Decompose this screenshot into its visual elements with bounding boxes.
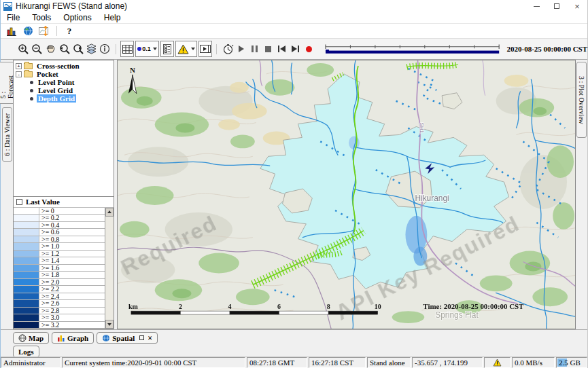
- status-coordinates: -35.657 , 174.199: [412, 357, 483, 368]
- legend-value: >= 1.6: [39, 265, 105, 272]
- last-value-checkbox[interactable]: [16, 199, 22, 205]
- legend-value: >= 3.0: [39, 314, 105, 321]
- legend-value: >= 2.6: [39, 300, 105, 307]
- legend-color-swatch: [14, 322, 39, 329]
- legend-color-swatch: [14, 257, 39, 264]
- tab-logs[interactable]: Logs: [13, 346, 39, 357]
- legend-row: >= 1.0: [14, 243, 105, 251]
- menu-help[interactable]: Help: [98, 13, 127, 22]
- maximize-panel-icon[interactable]: [139, 335, 144, 340]
- tree-item-depth-grid[interactable]: Depth Grid: [14, 94, 114, 103]
- svg-text:6: 6: [277, 303, 281, 310]
- legend-value: >= 1.8: [39, 272, 105, 278]
- tab-data-viewer[interactable]: 6 : Data Viewer: [2, 107, 12, 162]
- zoom-next-icon[interactable]: [71, 41, 85, 57]
- pause-icon[interactable]: [248, 41, 262, 57]
- expander-icon[interactable]: -: [16, 71, 22, 77]
- tab-graph[interactable]: Graph: [52, 332, 94, 344]
- status-memory: 2.5 GB: [556, 357, 587, 368]
- database-display-icon[interactable]: [3, 24, 20, 37]
- pan-icon[interactable]: [44, 41, 58, 57]
- minimize-icon[interactable]: [526, 0, 547, 12]
- tab-map[interactable]: Map: [13, 332, 49, 344]
- legend-color-swatch: [14, 243, 39, 250]
- bullet-icon: [30, 97, 33, 100]
- step-forward-icon[interactable]: [289, 41, 302, 57]
- tree-item-level-grid[interactable]: Level Grid: [14, 86, 114, 94]
- status-user: Administrator: [1, 357, 60, 368]
- legend-color-swatch: [14, 300, 39, 307]
- spatial-display-icon[interactable]: [36, 24, 52, 37]
- menu-file[interactable]: File: [1, 13, 26, 22]
- status-warning-icon[interactable]: [484, 357, 511, 368]
- zoom-previous-icon[interactable]: [58, 41, 71, 57]
- stop-icon[interactable]: [262, 41, 275, 57]
- bottom-tab-area: Map Graph Spatial × Logs: [1, 329, 587, 356]
- title-bar: Hikurangi FEWS (Stand alone) ×: [1, 0, 587, 12]
- label-springs-flat: Springs Flat: [435, 310, 479, 320]
- tab-spatial[interactable]: Spatial ×: [97, 332, 158, 344]
- app-logo-icon: [3, 2, 12, 11]
- legend-color-swatch: [14, 279, 39, 286]
- info-icon[interactable]: [98, 41, 111, 57]
- legend-color-swatch: [14, 272, 39, 278]
- main-toolbar: ?: [1, 24, 587, 38]
- tab-forecast[interactable]: 5 : Forecast: [0, 62, 16, 104]
- map-view[interactable]: API Key Required API Key Required N km 2…: [117, 60, 576, 329]
- legend-row: >= 0.2: [14, 215, 105, 222]
- maximize-icon[interactable]: [547, 0, 567, 12]
- window-title: Hikurangi FEWS (Stand alone): [16, 1, 127, 11]
- bullet-icon: [30, 81, 33, 84]
- status-gmt-time: 08:27:18 GMT: [247, 357, 307, 368]
- legend-scrollbar[interactable]: [105, 208, 114, 329]
- legend-row: >= 1.4: [14, 257, 105, 265]
- scroll-up-icon[interactable]: [105, 208, 114, 217]
- help-icon[interactable]: ?: [61, 24, 77, 37]
- legend-row: >= 2.2: [14, 286, 105, 293]
- scroll-down-icon[interactable]: [105, 320, 114, 329]
- menu-options[interactable]: Options: [57, 13, 97, 22]
- svg-text:N: N: [130, 66, 135, 74]
- label-sh1: SH1: [419, 123, 425, 134]
- svg-text:2: 2: [179, 303, 182, 310]
- menu-bar: File Tools Options Help: [1, 12, 587, 24]
- legend-row: >= 3.0: [14, 314, 105, 322]
- svg-text:8: 8: [327, 303, 330, 310]
- legend-value: >= 2.4: [39, 293, 105, 300]
- tree-item-cross-section[interactable]: + Cross-section: [14, 62, 114, 70]
- time-slider[interactable]: [322, 43, 502, 56]
- play-icon[interactable]: [235, 41, 248, 57]
- legend-color-swatch: [14, 265, 39, 272]
- legend-color-swatch: [14, 293, 39, 300]
- zoom-out-icon[interactable]: [31, 41, 44, 57]
- close-icon[interactable]: ×: [567, 0, 587, 12]
- tree-item-level-point[interactable]: Level Point: [14, 78, 114, 86]
- tab-plot-overview[interactable]: 3 : Plot Overview: [576, 62, 587, 138]
- threshold-dot-icon[interactable]: 0.1: [135, 41, 159, 57]
- legend-row: >= 2.8: [14, 308, 105, 315]
- svg-text:4: 4: [228, 303, 232, 310]
- legend-value: >= 3.2: [39, 322, 105, 329]
- tree-item-pocket[interactable]: - Pocket: [14, 70, 114, 78]
- legend-value: >= 0.2: [39, 215, 105, 221]
- legend-color-swatch: [14, 229, 39, 236]
- step-backward-icon[interactable]: [275, 41, 289, 57]
- legend-row: >= 0.8: [14, 236, 105, 244]
- layers-icon[interactable]: [84, 41, 98, 57]
- expander-icon[interactable]: +: [16, 63, 22, 69]
- classification-icon[interactable]: [160, 41, 174, 57]
- status-net-speed: 0.0 MB/s: [512, 357, 555, 368]
- zoom-in-icon[interactable]: [17, 41, 31, 57]
- close-panel-icon[interactable]: ×: [148, 334, 152, 342]
- animation-clock-icon[interactable]: [221, 41, 235, 57]
- record-icon[interactable]: [302, 41, 315, 57]
- svg-text:10: 10: [375, 303, 381, 310]
- legend-value: >= 1.2: [39, 251, 105, 257]
- menu-tools[interactable]: Tools: [26, 13, 57, 22]
- map-display-icon[interactable]: [20, 24, 36, 37]
- last-value-label: Last Value: [26, 198, 60, 206]
- warning-icon[interactable]: [175, 41, 197, 57]
- movie-player-icon[interactable]: [198, 41, 212, 57]
- legend-row: >= 2.6: [14, 300, 105, 308]
- grid-icon[interactable]: [120, 41, 134, 57]
